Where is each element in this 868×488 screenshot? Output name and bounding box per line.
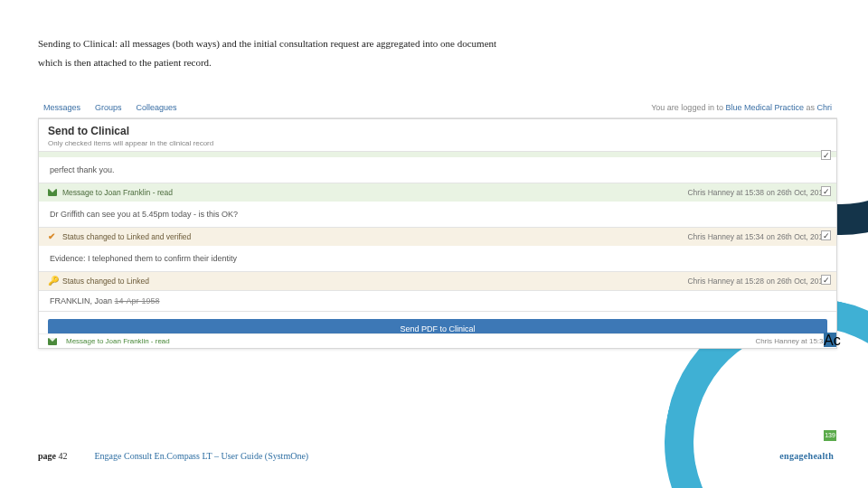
- intro-line-1: Sending to Clinical: all messages (both …: [38, 34, 779, 53]
- status-bar-3-meta: Chris Hanney at 15:34 on 26th Oct, 2018: [687, 232, 827, 241]
- message-body-2: Dr Griffith can see you at 5.45pm today …: [39, 202, 836, 227]
- trailing-msg: Message to Joan Franklin - read: [48, 337, 170, 345]
- accent-blue: Ac: [824, 333, 836, 347]
- patient-row: FRANKLIN, Joan 14-Apr-1958: [39, 290, 836, 311]
- app-top-nav: Messages Groups Colleagues You are logge…: [38, 99, 837, 118]
- trailing-msg-text: Message to Joan Franklin - read: [66, 337, 170, 345]
- message-body-1: perfect thank you.: [39, 157, 836, 183]
- page-number: page 42: [38, 451, 68, 461]
- mail-icon: [48, 338, 57, 345]
- include-checkbox-3[interactable]: ✓: [821, 230, 831, 240]
- message-bar-2: Message to Joan Franklin - read Chris Ha…: [39, 183, 836, 202]
- message-bar-2-meta: Chris Hanney at 15:38 on 26th Oct, 2018: [687, 188, 827, 197]
- page-num: 42: [59, 451, 68, 461]
- intro-paragraph: Sending to Clinical: all messages (both …: [38, 34, 779, 72]
- user-link[interactable]: Chri: [816, 103, 832, 112]
- patient-dob: 14-Apr-1958: [115, 296, 160, 305]
- key-icon: 🔑: [48, 277, 57, 285]
- status-bar-4-meta: Chris Hanney at 15:28 on 26th Oct, 2018: [687, 277, 827, 286]
- login-prefix: You are logged in to: [651, 103, 725, 112]
- status-body-3: Evidence: I telephoned them to confirm t…: [39, 246, 836, 271]
- status-bar-4-label: Status changed to Linked: [62, 277, 149, 286]
- include-checkbox-4[interactable]: ✓: [821, 275, 831, 285]
- nav-colleagues[interactable]: Colleagues: [137, 103, 177, 112]
- status-bar-3-label: Status changed to Linked and verified: [62, 232, 191, 241]
- patient-name: FRANKLIN, Joan: [50, 296, 115, 305]
- include-checkbox-2[interactable]: ✓: [821, 186, 831, 196]
- mail-icon: [48, 189, 57, 196]
- dialog-title: Send to Clinical: [48, 125, 827, 137]
- brand-name: engagehealth: [779, 451, 834, 461]
- page-word: page: [38, 451, 59, 461]
- guide-title: Engage Consult En.Compass LT – User Guid…: [95, 451, 309, 461]
- practice-link[interactable]: Blue Medical Practice: [725, 103, 804, 112]
- trailing-meta: Chris Hanney at 15:38: [755, 337, 827, 345]
- trailing-row: Message to Joan Franklin - read Chris Ha…: [39, 333, 836, 348]
- page-footer: page 42 Engage Consult En.Compass LT – U…: [38, 451, 834, 461]
- send-to-clinical-dialog: Send to Clinical Only checked items will…: [38, 118, 837, 349]
- message-bar-2-label: Message to Joan Franklin - read: [62, 188, 173, 197]
- login-status: You are logged in to Blue Medical Practi…: [651, 103, 832, 112]
- status-bar-4: 🔑 Status changed to Linked Chris Hanney …: [39, 272, 836, 290]
- intro-line-2: which is then attached to the patient re…: [38, 53, 779, 72]
- dialog-subtitle: Only checked items will appear in the cl…: [48, 139, 827, 147]
- check-icon: ✔: [48, 233, 57, 240]
- nav-groups[interactable]: Groups: [95, 103, 122, 112]
- login-as: as: [804, 103, 817, 112]
- status-bar-3: ✔ Status changed to Linked and verified …: [39, 228, 836, 246]
- nav-messages[interactable]: Messages: [43, 103, 80, 112]
- embedded-screenshot: Messages Groups Colleagues You are logge…: [38, 99, 837, 398]
- dialog-header: Send to Clinical Only checked items will…: [39, 119, 836, 152]
- accent-green: 139: [824, 430, 836, 441]
